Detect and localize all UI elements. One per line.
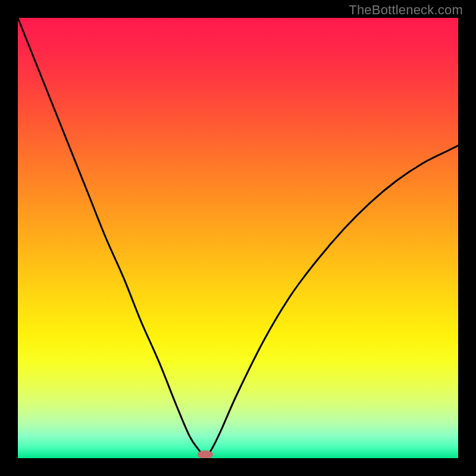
bottleneck-curve [18, 18, 458, 458]
plot-area [18, 18, 458, 458]
watermark-label: TheBottleneck.com [349, 2, 463, 18]
minimum-marker [198, 450, 213, 458]
chart-stage: TheBottleneck.com [0, 0, 476, 476]
